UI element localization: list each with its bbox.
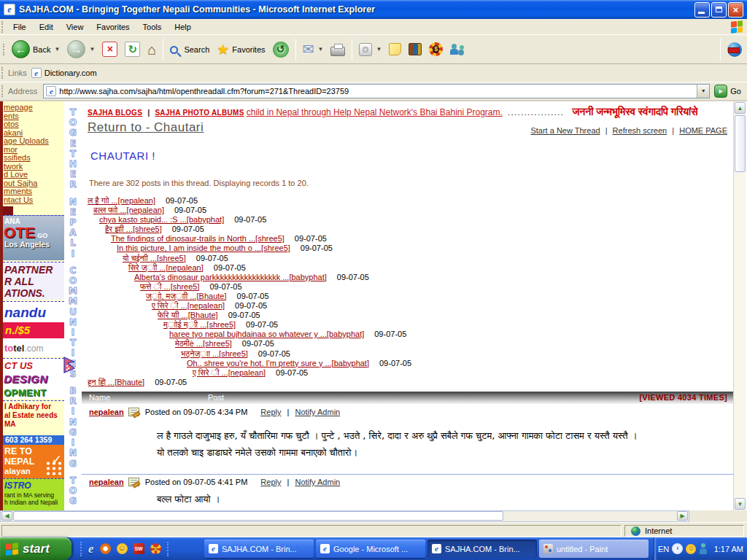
address-dropdown-button[interactable]: ▼ bbox=[697, 85, 709, 98]
notify-admin-link[interactable]: Notify Admin bbox=[295, 478, 340, 486]
menu-favorites[interactable]: Favorites bbox=[90, 21, 136, 33]
scroll-up-button[interactable]: ▲ bbox=[735, 102, 746, 114]
thread-link[interactable]: फेरि याी ...[Bhaute] bbox=[158, 311, 218, 319]
menu-help[interactable]: Help bbox=[168, 21, 198, 33]
back-dropdown-icon[interactable]: ▼ bbox=[54, 46, 60, 52]
messenger-button[interactable] bbox=[446, 41, 468, 58]
quicklaunch-smiley-icon[interactable]: ☺ bbox=[117, 543, 128, 554]
search-button[interactable]: Search bbox=[166, 42, 213, 56]
thread-link[interactable]: मेठमीè ...[shree5] bbox=[175, 339, 232, 348]
ad-phone-number[interactable]: 603 264 1359 bbox=[3, 435, 64, 445]
thread-link[interactable]: सिरे ज्ाी ...[nepalean] bbox=[128, 263, 204, 272]
links-item-dictionary[interactable]: Dictionary.com bbox=[44, 69, 97, 77]
start-new-thread-link[interactable]: Start a New Thread bbox=[530, 126, 600, 135]
research-button[interactable] bbox=[405, 41, 425, 58]
taskbar-task-ie[interactable]: eGoogle - Microsoft ... bbox=[316, 540, 425, 558]
tray-smiley-icon[interactable]: ☺ bbox=[686, 544, 696, 554]
print-button[interactable] bbox=[327, 41, 349, 58]
vertical-scroll-thumb[interactable] bbox=[735, 115, 746, 172]
thread-link[interactable]: म्ाोई म्ाी ...[shree5] bbox=[163, 320, 236, 329]
home-button[interactable]: ⌂ bbox=[144, 40, 160, 59]
ad-kathmandu-hotel[interactable]: nandu n./$5 totel.com bbox=[3, 301, 64, 357]
reply-link[interactable]: Reply bbox=[260, 408, 281, 416]
start-button[interactable]: start bbox=[0, 537, 71, 560]
taskbar-task-paint[interactable]: untitled - Paint bbox=[539, 540, 649, 558]
quicklaunch-sw-icon[interactable]: SW bbox=[133, 543, 144, 554]
close-button[interactable]: × bbox=[728, 2, 743, 18]
ad-real-estate[interactable]: l Adhikary for al Estate needs MA bbox=[3, 400, 64, 435]
menu-view[interactable]: View bbox=[60, 21, 90, 33]
language-indicator[interactable]: EN bbox=[658, 545, 669, 553]
thread-link[interactable]: chya kasto stupid... :S ...[babyphat] bbox=[99, 215, 224, 224]
sajha-photo-albums-link[interactable]: SAJHA PHOTO ALBUMS bbox=[155, 109, 244, 117]
favorites-button[interactable]: ★ Favorites bbox=[213, 41, 268, 58]
restore-button[interactable] bbox=[711, 2, 727, 18]
thread-link[interactable]: ल है गाो ...[nepalean] bbox=[88, 196, 155, 205]
stop-button[interactable]: × bbox=[98, 39, 121, 59]
menu-tools[interactable]: Tools bbox=[136, 21, 169, 33]
thread-link[interactable]: haree tyo nepal bujhdainaa so whatever y… bbox=[169, 330, 364, 338]
thread-link[interactable]: फत्ते ी ...[shree5] bbox=[140, 282, 199, 291]
horizontal-scrollbar[interactable]: ◀ ▶ bbox=[0, 510, 689, 522]
refresh-screen-link[interactable]: Refresh screen bbox=[613, 126, 667, 135]
tray-messenger-icon[interactable] bbox=[699, 543, 708, 554]
refresh-button[interactable]: ↻ bbox=[121, 39, 144, 59]
thread-link[interactable]: हैर झाी ...[shree5] bbox=[105, 225, 162, 233]
thread-link[interactable]: भठ्नेज्ाा ...[shree5] bbox=[181, 349, 248, 358]
address-input[interactable]: e http://www.sajha.com/sajha/html/openth… bbox=[43, 84, 710, 98]
thread-link[interactable]: ज्ाो, मज्ााी ...[Bhaute] bbox=[146, 292, 227, 300]
ad-partner[interactable]: PARTNER R ALL ATIONS. bbox=[3, 262, 64, 300]
sidebar-link[interactable]: mepage bbox=[4, 104, 64, 112]
taskbar-task-ie[interactable]: eSAJHA.COM - Brin... bbox=[427, 540, 537, 558]
thread-link[interactable]: The findings of dinosaur-trails in North… bbox=[111, 234, 285, 243]
horizontal-scroll-thumb[interactable] bbox=[13, 511, 503, 521]
thread-link[interactable]: ए सिरे ी ...[nepalean] bbox=[193, 368, 266, 377]
ad-web-design[interactable]: CT US DESIGN OPMENT bbox=[3, 358, 64, 399]
post-author-link[interactable]: nepalean bbox=[89, 408, 124, 416]
forward-dropdown-icon[interactable]: ▼ bbox=[89, 46, 95, 52]
thread-link[interactable]: बल्ल फाो ...[nepalean] bbox=[93, 206, 164, 214]
thread-link[interactable]: In this picture, I am inside the mouth o… bbox=[117, 244, 290, 252]
forward-button[interactable]: → ▼ bbox=[63, 38, 98, 61]
casino-toolbar-button[interactable] bbox=[425, 40, 446, 58]
thread-link[interactable]: हून हिो ...[Bhaute] bbox=[88, 378, 144, 386]
vertical-scrollbar[interactable]: ▲ ▼ bbox=[733, 101, 746, 510]
sidebar-link[interactable]: d Love bbox=[4, 171, 64, 179]
marquee-link[interactable]: child in Nepal through Help Nepal Networ… bbox=[247, 107, 503, 117]
media-dropdown-icon[interactable]: ▼ bbox=[376, 46, 382, 52]
reply-link[interactable]: Reply bbox=[260, 478, 281, 486]
sidebar-link[interactable]: age Uploads bbox=[4, 137, 64, 146]
scroll-left-button[interactable]: ◀ bbox=[1, 511, 12, 521]
acrobat-button[interactable] bbox=[724, 40, 746, 59]
sajha-blogs-link[interactable]: SAJHA BLOGS bbox=[88, 109, 142, 117]
media-button[interactable]: ▼ bbox=[355, 41, 385, 58]
scroll-down-button[interactable]: ▼ bbox=[735, 498, 746, 510]
quicklaunch-ie-icon[interactable]: e bbox=[88, 542, 94, 556]
ad-bistro-restaurant[interactable]: ISTRO rant in MA serving h Indian and Ne… bbox=[3, 478, 64, 510]
go-button[interactable]: ► Go bbox=[714, 85, 741, 98]
back-button[interactable]: ← Back▼ bbox=[8, 38, 63, 61]
quicklaunch-casino-icon[interactable]: $ bbox=[150, 543, 161, 554]
scroll-right-button[interactable]: ▶ bbox=[677, 511, 688, 521]
tray-collapse-icon[interactable]: ‹ bbox=[672, 543, 683, 554]
ad-fare-to-nepal[interactable]: RE TO NEPAL alayan res 3156 ✓ bbox=[3, 445, 64, 478]
return-to-chautari-link[interactable]: Return to - Chautari bbox=[88, 120, 204, 135]
notify-admin-link[interactable]: Notify Admin bbox=[295, 408, 340, 416]
minimize-button[interactable] bbox=[694, 2, 710, 18]
home-page-link[interactable]: HOME PAGE bbox=[679, 126, 727, 135]
post-author-link[interactable]: nepalean bbox=[89, 478, 124, 486]
mail-button[interactable]: ✉ ▼ bbox=[299, 41, 328, 58]
sidebar-link[interactable]: ntact Us bbox=[4, 196, 64, 205]
menu-edit[interactable]: Edit bbox=[33, 21, 60, 33]
quicklaunch-media-icon[interactable] bbox=[100, 543, 111, 554]
history-button[interactable]: ↺ bbox=[269, 39, 293, 60]
mail-dropdown-icon[interactable]: ▼ bbox=[317, 46, 323, 52]
ad-los-angeles[interactable]: ANA OTE GO Los Angeles bbox=[3, 215, 64, 260]
edit-notes-button[interactable] bbox=[385, 41, 405, 58]
sidebar-link[interactable]: otos bbox=[4, 120, 64, 129]
thread-link[interactable]: Alberta's dinosaur parkkkkkkkkkkkkkkkkk … bbox=[134, 273, 327, 281]
taskbar-task-ie[interactable]: eSAJHA.COM - Brin... bbox=[204, 540, 314, 558]
address-url[interactable]: http://www.sajha.com/sajha/html/openthre… bbox=[59, 87, 697, 96]
menu-file[interactable]: File bbox=[7, 21, 33, 33]
sidebar-link[interactable]: ssifieds bbox=[4, 154, 64, 163]
